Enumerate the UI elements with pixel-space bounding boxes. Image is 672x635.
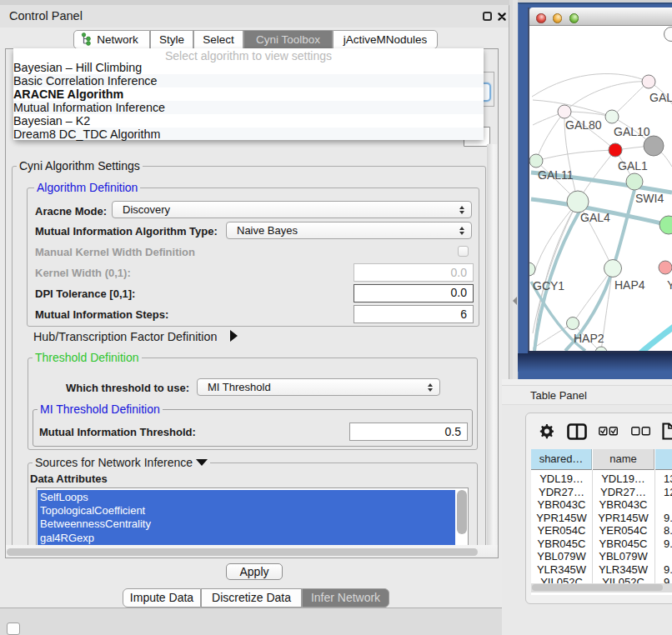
svg-text:GAL80: GAL80 (565, 118, 602, 132)
svg-text:GCY1: GCY1 (533, 279, 564, 292)
svg-text:GAL: GAL (649, 91, 672, 104)
svg-text:GAL11: GAL11 (538, 168, 574, 182)
svg-text:Y: Y (667, 278, 672, 292)
svg-text:GAL1: GAL1 (618, 159, 648, 172)
svg-text:HAP4: HAP4 (614, 278, 645, 292)
svg-text:GAL4: GAL4 (580, 211, 610, 224)
svg-text:HAP2: HAP2 (574, 332, 604, 345)
svg-text:SWI4: SWI4 (635, 192, 664, 205)
svg-text:GAL10: GAL10 (614, 125, 650, 138)
